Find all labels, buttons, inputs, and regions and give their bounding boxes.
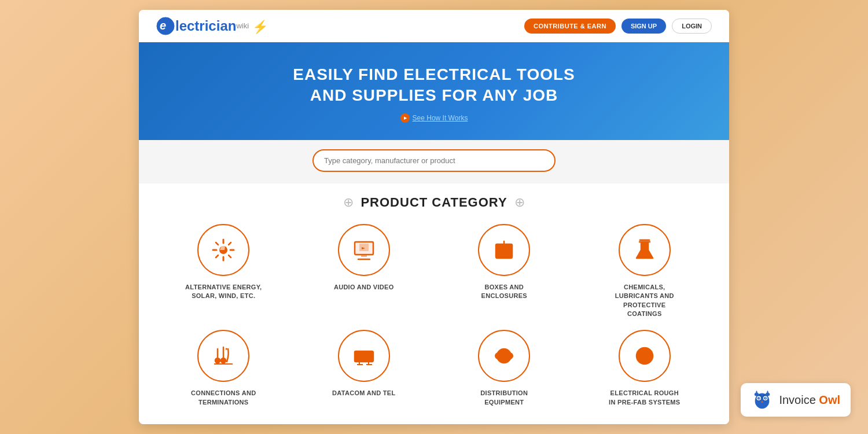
section-title-row: ⊕ PRODUCT CATEGORY ⊕ bbox=[156, 195, 712, 210]
lightning-icon: ⚡ bbox=[252, 20, 268, 35]
categories-grid: ALTERNATIVE ENERGY, SOLAR, WIND, ETC. AU… bbox=[156, 224, 712, 407]
svg-text:e: e bbox=[160, 19, 166, 32]
play-icon bbox=[400, 113, 410, 123]
svg-point-27 bbox=[215, 358, 220, 363]
header-buttons: CONTRIBUTE & EARN SIGN UP LOGIN bbox=[524, 19, 712, 34]
category-label-boxes-enclosures: BOXES AND ENCLOSURES bbox=[481, 283, 527, 301]
owl-icon bbox=[751, 389, 773, 411]
category-label-distribution: DISTRIBUTION EQUIPMENT bbox=[480, 389, 528, 407]
invoice-owl-text: Invoice Owl bbox=[779, 393, 840, 407]
category-icon-alternative-energy bbox=[197, 224, 249, 276]
header: e lectrician wiki ⚡ CONTRIBUTE & EARN SI… bbox=[139, 10, 729, 42]
category-item-datacom[interactable]: DATACOM AND TEL bbox=[297, 330, 432, 407]
svg-point-42 bbox=[495, 353, 501, 359]
category-item-chemicals[interactable]: CHEMICALS, LUBRICANTS AND PROTECTIVE COA… bbox=[578, 224, 712, 319]
category-icon-datacom bbox=[338, 330, 390, 382]
search-area bbox=[139, 140, 729, 183]
category-label-electrical-rough: ELECTRICAL ROUGH IN PRE-FAB SYSTEMS bbox=[609, 389, 680, 407]
svg-line-8 bbox=[229, 255, 231, 258]
category-item-distribution[interactable]: DISTRIBUTION EQUIPMENT bbox=[437, 330, 572, 407]
plug-left-icon: ⊕ bbox=[343, 195, 354, 210]
plug-right-icon: ⊕ bbox=[514, 195, 525, 210]
svg-point-19 bbox=[502, 248, 506, 252]
see-how-link[interactable]: See How It Works bbox=[413, 114, 468, 122]
category-item-alternative-energy[interactable]: ALTERNATIVE ENERGY, SOLAR, WIND, ETC. bbox=[156, 224, 291, 319]
svg-rect-13 bbox=[359, 244, 369, 251]
logo-area: e lectrician wiki ⚡ bbox=[156, 17, 268, 35]
svg-marker-64 bbox=[767, 391, 769, 393]
search-input[interactable] bbox=[312, 149, 556, 172]
category-label-chemicals: CHEMICALS, LUBRICANTS AND PROTECTIVE COA… bbox=[615, 283, 674, 319]
svg-point-23 bbox=[643, 252, 645, 254]
category-label-datacom: DATACOM AND TEL bbox=[332, 389, 395, 398]
category-icon-chemicals bbox=[619, 224, 671, 276]
svg-point-28 bbox=[221, 358, 226, 363]
hero-title-line2: AND SUPPLIES FOR ANY JOB bbox=[156, 85, 712, 106]
svg-line-9 bbox=[229, 242, 231, 245]
contribute-button[interactable]: CONTRIBUTE & EARN bbox=[524, 19, 616, 34]
owl-text: Owl bbox=[819, 393, 840, 406]
category-icon-boxes-enclosures bbox=[478, 224, 530, 276]
logo-electrician: lectrician bbox=[175, 18, 236, 34]
category-item-audio-video[interactable]: AUDIO AND VIDEO bbox=[297, 224, 432, 319]
svg-point-24 bbox=[646, 255, 648, 256]
svg-point-49 bbox=[642, 354, 647, 358]
category-item-electrical-rough[interactable]: ELECTRICAL ROUGH IN PRE-FAB SYSTEMS bbox=[578, 330, 712, 407]
product-section: ⊕ PRODUCT CATEGORY ⊕ ALTERNATIVE ENERGY,… bbox=[139, 183, 729, 424]
login-button[interactable]: LOGIN bbox=[672, 19, 712, 34]
svg-point-43 bbox=[507, 353, 513, 359]
hero-title: EASILY FIND ELECTRICAL TOOLS AND SUPPLIE… bbox=[156, 64, 712, 106]
category-icon-connections bbox=[197, 330, 249, 382]
svg-marker-63 bbox=[756, 391, 758, 393]
category-label-connections: CONNECTIONS AND TERMINATIONS bbox=[191, 389, 256, 407]
svg-point-62 bbox=[766, 393, 770, 396]
category-label-audio-video: AUDIO AND VIDEO bbox=[334, 283, 394, 292]
hero-title-line1: EASILY FIND ELECTRICAL TOOLS bbox=[156, 64, 712, 85]
svg-line-10 bbox=[216, 255, 218, 258]
svg-point-61 bbox=[755, 393, 759, 396]
svg-point-59 bbox=[766, 398, 767, 399]
category-label-alternative-energy: ALTERNATIVE ENERGY, SOLAR, WIND, ETC. bbox=[185, 283, 262, 301]
main-container: e lectrician wiki ⚡ CONTRIBUTE & EARN SI… bbox=[139, 10, 729, 424]
hero-banner: EASILY FIND ELECTRICAL TOOLS AND SUPPLIE… bbox=[139, 42, 729, 140]
see-how-row: See How It Works bbox=[156, 113, 712, 123]
svg-rect-15 bbox=[361, 255, 367, 257]
category-icon-distribution bbox=[478, 330, 530, 382]
svg-line-7 bbox=[216, 242, 218, 245]
category-item-connections[interactable]: CONNECTIONS AND TERMINATIONS bbox=[156, 330, 291, 407]
svg-point-58 bbox=[759, 398, 760, 399]
signup-button[interactable]: SIGN UP bbox=[621, 19, 666, 34]
category-icon-electrical-rough bbox=[619, 330, 671, 382]
logo-svg: e bbox=[156, 17, 175, 35]
category-item-boxes-enclosures[interactable]: BOXES AND ENCLOSURES bbox=[437, 224, 572, 319]
logo-wiki: wiki bbox=[236, 21, 249, 30]
svg-point-22 bbox=[640, 253, 642, 256]
section-title: PRODUCT CATEGORY bbox=[361, 195, 507, 210]
category-icon-audio-video bbox=[338, 224, 390, 276]
logo-icon: e lectrician wiki bbox=[156, 17, 249, 35]
invoice-owl-badge: Invoice Owl bbox=[741, 383, 851, 417]
